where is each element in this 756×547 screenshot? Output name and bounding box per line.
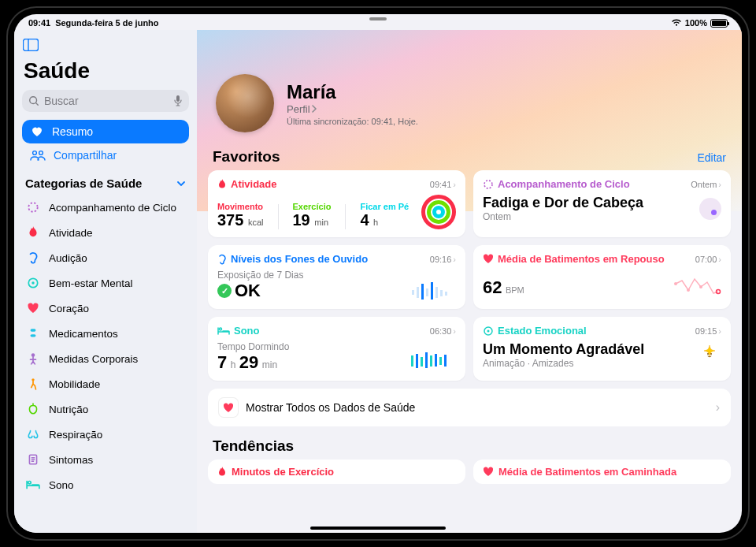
category-icon xyxy=(25,250,41,266)
cycle-icon xyxy=(483,179,494,190)
category-label: Medidas Corporais xyxy=(49,353,138,365)
sidebar-category-item[interactable]: Bem-estar Mental xyxy=(22,270,189,296)
category-icon xyxy=(25,300,41,316)
search-input[interactable]: Buscar xyxy=(22,90,189,112)
health-app-icon xyxy=(219,398,238,417)
nav-summary[interactable]: Resumo xyxy=(22,120,189,143)
categories-header[interactable]: Categorias de Saúde xyxy=(22,167,189,195)
category-label: Coração xyxy=(49,303,89,314)
category-label: Bem-estar Mental xyxy=(49,277,133,289)
status-bar: 09:41 Segunda-feira 5 de junho 100% xyxy=(14,14,742,30)
mic-icon[interactable] xyxy=(173,95,183,107)
activity-rings-icon xyxy=(421,195,456,229)
people-icon xyxy=(30,149,46,162)
card-hearing[interactable]: Níveis dos Fones de Ouvido 09:16› Exposi… xyxy=(208,245,465,309)
category-label: Atividade xyxy=(49,227,93,239)
profile-name: María xyxy=(287,81,418,103)
svg-rect-33 xyxy=(421,357,423,367)
flame-icon xyxy=(217,467,227,478)
bed-icon xyxy=(217,326,230,336)
search-icon xyxy=(28,95,39,106)
svg-point-7 xyxy=(28,203,37,211)
svg-point-29 xyxy=(699,285,702,288)
svg-point-27 xyxy=(674,282,677,285)
nav-summary-label: Resumo xyxy=(52,125,93,138)
category-label: Audição xyxy=(49,252,87,264)
card-mood[interactable]: Estado Emocional 09:15› Um Momento Agrad… xyxy=(473,317,731,381)
sleep-spark-icon xyxy=(409,349,456,373)
sidebar-category-item[interactable]: Coração xyxy=(22,296,189,321)
svg-rect-21 xyxy=(421,284,424,300)
sidebar-toggle-button[interactable] xyxy=(20,36,41,54)
svg-rect-36 xyxy=(435,354,437,367)
profile-link[interactable]: Perfil xyxy=(287,103,418,115)
heart-icon xyxy=(30,125,44,138)
sidebar-category-item[interactable]: Sono xyxy=(22,472,189,497)
edit-button[interactable]: Editar xyxy=(697,151,726,164)
mind-icon xyxy=(483,326,494,337)
category-label: Nutrição xyxy=(49,404,88,415)
sidebar: Saúde Buscar Resumo Compartilhar Categor… xyxy=(14,30,197,533)
svg-line-3 xyxy=(36,103,39,106)
category-icon xyxy=(25,351,41,367)
svg-rect-31 xyxy=(411,355,413,367)
status-time: 09:41 xyxy=(28,18,50,28)
sidebar-category-item[interactable]: Sintomas xyxy=(22,447,189,472)
card-sleep[interactable]: Sono 06:30› Tempo Dormindo 7 h 29 min xyxy=(208,317,465,381)
sidebar-category-item[interactable]: Medidas Corporais xyxy=(22,346,189,371)
svg-rect-11 xyxy=(31,334,36,337)
heart-icon xyxy=(483,254,494,264)
card-activity[interactable]: Atividade 09:41› Movimento375 kcal Exerc… xyxy=(208,170,465,237)
wifi-icon xyxy=(671,19,682,27)
nav-share-label: Compartilhar xyxy=(54,149,117,162)
category-label: Mobilidade xyxy=(49,378,100,390)
svg-rect-0 xyxy=(24,39,39,51)
profile-sync: Última sincronização: 09:41, Hoje. xyxy=(287,117,418,126)
card-heart[interactable]: Média de Batimentos em Repouso 07:00› 62… xyxy=(473,245,731,309)
profile-header[interactable]: María Perfil Última sincronização: 09:41… xyxy=(208,30,731,148)
avatar[interactable] xyxy=(216,74,274,132)
app-title: Saúde xyxy=(24,58,187,84)
sidebar-category-item[interactable]: Medicamentos xyxy=(22,321,189,346)
category-icon xyxy=(25,225,41,240)
battery-icon xyxy=(710,19,728,28)
category-label: Respiração xyxy=(49,429,102,441)
chevron-down-icon xyxy=(176,179,186,188)
svg-rect-10 xyxy=(31,329,36,331)
category-icon xyxy=(25,477,41,493)
svg-point-6 xyxy=(39,151,43,155)
svg-rect-32 xyxy=(416,354,418,368)
sidebar-category-item[interactable]: Mobilidade xyxy=(22,371,189,396)
category-icon xyxy=(25,376,41,392)
hearing-spark-icon xyxy=(409,277,456,301)
sidebar-category-item[interactable]: Nutrição xyxy=(22,396,189,422)
ear-icon xyxy=(217,254,227,265)
svg-point-5 xyxy=(33,151,37,155)
sidebar-category-item[interactable]: Respiração xyxy=(22,422,189,447)
category-label: Sintomas xyxy=(49,454,93,466)
battery-pct: 100% xyxy=(685,18,707,28)
svg-point-41 xyxy=(707,353,709,355)
svg-rect-25 xyxy=(440,290,443,296)
home-indicator[interactable] xyxy=(310,527,446,530)
favorites-title: Favoritos xyxy=(213,148,280,166)
svg-rect-34 xyxy=(425,352,428,368)
svg-rect-23 xyxy=(431,282,433,300)
categories-header-label: Categorias de Saúde xyxy=(25,177,142,190)
svg-point-40 xyxy=(487,329,490,332)
category-label: Acompanhamento de Ciclo xyxy=(49,202,176,214)
nav-share[interactable]: Compartilhar xyxy=(22,143,189,167)
sidebar-category-item[interactable]: Atividade xyxy=(22,220,189,245)
show-all-data-button[interactable]: Mostrar Todos os Dados de Saúde › xyxy=(208,389,731,426)
card-cycle[interactable]: Acompanhamento de Ciclo Ontem› Fadiga e … xyxy=(473,170,731,237)
heart-spark-icon xyxy=(674,274,721,298)
trend-exercise[interactable]: Minutos de Exercício xyxy=(208,460,465,484)
star-icon xyxy=(698,344,721,367)
sidebar-category-item[interactable]: Audição xyxy=(22,245,189,270)
svg-rect-20 xyxy=(417,287,419,298)
sidebar-category-item[interactable]: Acompanhamento de Ciclo xyxy=(22,195,189,220)
category-label: Medicamentos xyxy=(49,328,118,340)
card-cat-label: Atividade xyxy=(231,178,277,190)
trend-walking-hr[interactable]: Média de Batimentos em Caminhada xyxy=(473,460,731,484)
search-placeholder: Buscar xyxy=(44,95,169,107)
